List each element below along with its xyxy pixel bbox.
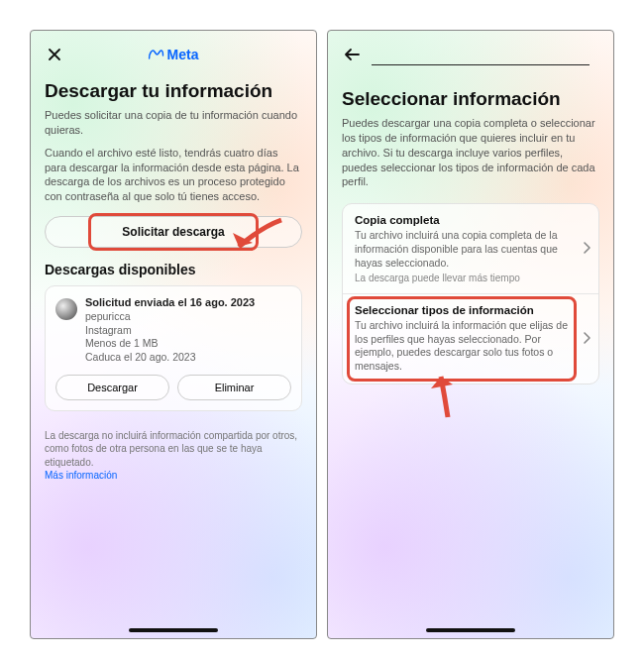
phone-right: Seleccionar información Puedes descargar… (327, 30, 614, 639)
option-title: Copia completa (355, 214, 577, 226)
back-icon[interactable] (342, 45, 362, 64)
home-indicator (426, 628, 515, 632)
download-button[interactable]: Descargar (55, 375, 169, 400)
intro-paragraph: Puedes descargar una copia completa o se… (342, 116, 599, 189)
close-icon[interactable] (45, 45, 64, 64)
intro-paragraph-2: Cuando el archivo esté listo, tendrás cu… (45, 146, 302, 204)
brand-text: Meta (167, 47, 199, 62)
option-select-types[interactable]: Seleccionar tipos de información Tu arch… (343, 293, 598, 384)
topbar: Meta (45, 43, 302, 66)
header-divider (372, 64, 590, 65)
topbar (342, 43, 599, 66)
meta-logo-icon (149, 49, 164, 60)
brand-logo: Meta (149, 47, 199, 62)
option-full-copy[interactable]: Copia completa Tu archivo incluirá una c… (343, 204, 598, 293)
chevron-right-icon (583, 240, 590, 258)
page-title: Descargar tu información (45, 80, 302, 102)
option-title: Seleccionar tipos de información (355, 304, 577, 316)
avatar (55, 298, 77, 320)
page-title: Seleccionar información (342, 88, 599, 110)
option-desc: Tu archivo incluirá una copia completa d… (355, 229, 577, 270)
download-expires: Caduca el 20 ago. 2023 (85, 351, 291, 365)
download-request-title: Solicitud enviada el 16 ago. 2023 (85, 296, 291, 308)
options-list: Copia completa Tu archivo incluirá una c… (342, 203, 599, 384)
download-size: Menos de 1 MB (85, 337, 291, 351)
download-user: pepuricca (85, 310, 291, 324)
delete-button[interactable]: Eliminar (177, 375, 291, 400)
home-indicator (129, 628, 218, 632)
phone-left: Meta Descargar tu información Puedes sol… (30, 30, 317, 639)
footnote: La descarga no incluirá información comp… (45, 429, 302, 483)
more-info-link[interactable]: Más información (45, 470, 117, 481)
available-downloads-header: Descargas disponibles (45, 262, 302, 277)
option-desc: Tu archivo incluirá la información que e… (355, 319, 577, 374)
request-download-button[interactable]: Solicitar descarga (45, 216, 302, 248)
download-source: Instagram (85, 324, 291, 338)
download-card: Solicitud enviada el 16 ago. 2023 pepuri… (45, 285, 302, 411)
intro-paragraph-1: Puedes solicitar una copia de tu informa… (45, 108, 302, 138)
option-note: La descarga puede llevar más tiempo (355, 273, 577, 283)
footnote-text: La descarga no incluirá información comp… (45, 430, 297, 468)
chevron-right-icon (583, 330, 590, 348)
